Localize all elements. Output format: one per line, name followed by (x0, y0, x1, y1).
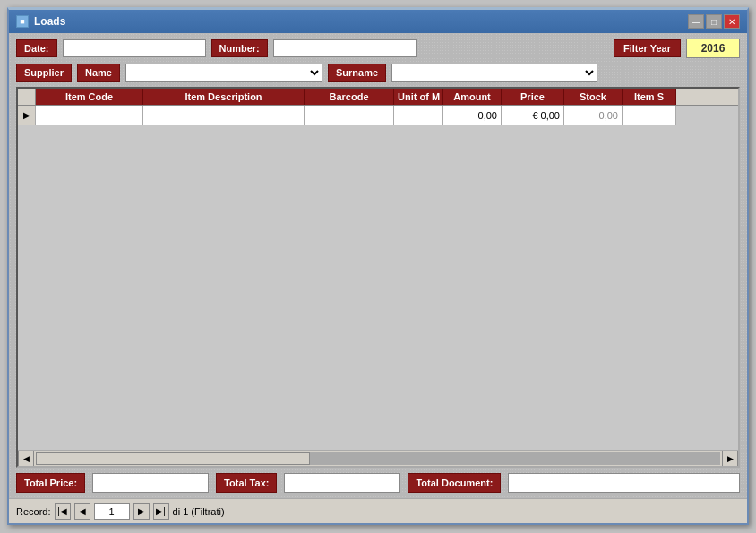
number-label: Number: (211, 39, 268, 57)
data-table: Item Code Item Description Barcode Unit … (16, 87, 740, 468)
filter-year-label: Filter Year (614, 39, 681, 57)
table-body: ▶ 0,00 € 0,00 0,00 (18, 106, 738, 450)
total-document-label: Total Document: (408, 473, 501, 493)
col-unit: Unit of M (394, 89, 443, 105)
td-unit[interactable] (394, 106, 443, 125)
col-item-desc: Item Description (143, 89, 305, 105)
td-item-desc[interactable] (143, 106, 305, 125)
col-barcode: Barcode (305, 89, 394, 105)
minimize-button[interactable]: — (688, 14, 704, 29)
total-tax-input[interactable] (284, 473, 400, 493)
name-label: Name (77, 64, 120, 82)
record-label: Record: (16, 506, 51, 517)
total-document-input[interactable] (508, 473, 740, 493)
maximize-button[interactable]: □ (706, 14, 722, 29)
date-number-row: Date: Number: Filter Year 2016 (16, 39, 740, 58)
nav-next-button[interactable]: ▶ (133, 503, 150, 520)
window-icon: ■ (16, 15, 29, 28)
nav-last-button[interactable]: ▶| (153, 503, 169, 520)
status-bar: Record: |◀ ◀ 1 ▶ ▶| di 1 (Filtrati) (9, 498, 747, 523)
scroll-thumb[interactable] (36, 452, 310, 465)
supplier-row: Supplier Name Surname (16, 64, 740, 82)
surname-select[interactable] (391, 64, 597, 82)
nav-prev-button[interactable]: ◀ (74, 503, 90, 520)
header-spacer (18, 89, 36, 105)
totals-row: Total Price: Total Tax: Total Document: (16, 473, 740, 493)
record-number[interactable]: 1 (94, 503, 130, 520)
col-amount: Amount (443, 89, 502, 105)
title-buttons: — □ ✕ (688, 14, 740, 29)
td-items[interactable] (623, 106, 676, 125)
surname-label: Surname (328, 64, 386, 82)
number-input[interactable] (273, 39, 417, 57)
title-bar: ■ Loads — □ ✕ (9, 10, 747, 33)
window-title: Loads (34, 15, 65, 28)
td-barcode[interactable] (305, 106, 394, 125)
nav-first-button[interactable]: |◀ (55, 503, 71, 520)
td-item-code[interactable] (36, 106, 143, 125)
td-stock: 0,00 (564, 106, 623, 125)
date-input[interactable] (63, 39, 206, 57)
td-price[interactable]: € 0,00 (502, 106, 564, 125)
date-label: Date: (16, 39, 57, 57)
table-header: Item Code Item Description Barcode Unit … (18, 89, 738, 106)
row-arrow: ▶ (18, 106, 36, 125)
col-item-code: Item Code (36, 89, 143, 105)
content-area: Date: Number: Filter Year 2016 Supplier … (9, 33, 747, 498)
of-label: di 1 (Filtrati) (173, 506, 225, 517)
scroll-left-button[interactable]: ◀ (18, 451, 34, 467)
col-stock: Stock (564, 89, 623, 105)
name-select[interactable] (125, 64, 322, 82)
scroll-track[interactable] (36, 452, 720, 465)
supplier-label: Supplier (16, 64, 72, 82)
total-tax-label: Total Tax: (216, 473, 277, 493)
horizontal-scrollbar[interactable]: ◀ ▶ (18, 450, 738, 466)
total-price-input[interactable] (92, 473, 209, 493)
col-price: Price (502, 89, 564, 105)
total-price-label: Total Price: (16, 473, 85, 493)
close-button[interactable]: ✕ (724, 14, 740, 29)
col-items: Item S (623, 89, 676, 105)
table-row[interactable]: ▶ 0,00 € 0,00 0,00 (18, 106, 738, 125)
scroll-right-button[interactable]: ▶ (722, 451, 738, 467)
td-amount[interactable]: 0,00 (443, 106, 502, 125)
year-value[interactable]: 2016 (686, 39, 740, 58)
